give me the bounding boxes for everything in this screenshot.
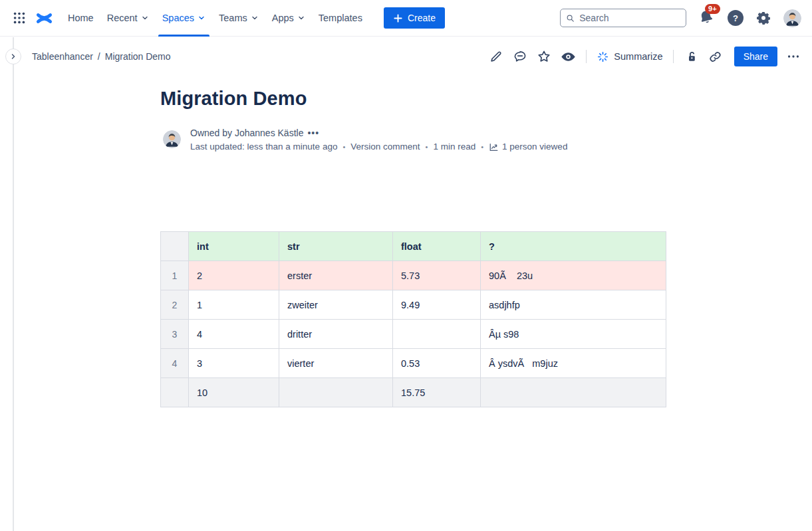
table-cell[interactable]: vierter (279, 349, 393, 378)
user-avatar[interactable] (783, 9, 801, 27)
sidebar-divider (13, 37, 14, 531)
table-cell[interactable]: 4 (189, 320, 279, 349)
table-cell[interactable]: 1 (189, 290, 279, 320)
expand-sidebar-button[interactable] (5, 49, 21, 64)
question-mark-icon: ? (733, 13, 738, 23)
table-cell[interactable]: erster (279, 261, 393, 290)
row-number[interactable]: 2 (161, 290, 189, 320)
table-cell[interactable]: zweiter (279, 290, 393, 320)
table-row: 3 4 dritter Âµ s98 (161, 320, 666, 349)
star-button[interactable] (536, 49, 552, 64)
table-cell[interactable]: asdjhfp (481, 290, 666, 320)
chevron-right-icon (9, 53, 17, 60)
top-navigation: Home Recent Spaces Teams Apps Templates (0, 0, 812, 37)
watch-button[interactable] (560, 49, 576, 64)
content-table: int str float ? 1 2 erster 5.73 90Ã 23u … (160, 231, 666, 407)
table-cell[interactable] (481, 378, 666, 407)
views-metric[interactable]: 1 person viewed (489, 140, 567, 154)
search-box[interactable] (560, 9, 686, 27)
notification-badge: 9+ (705, 4, 720, 14)
table-cell[interactable]: 9.49 (393, 290, 481, 320)
table-cell[interactable] (393, 320, 481, 349)
more-actions-button[interactable] (785, 49, 801, 64)
meta-separator: • (426, 140, 428, 154)
column-header[interactable]: ? (481, 232, 666, 261)
row-number[interactable]: 1 (161, 261, 189, 290)
column-header[interactable]: float (393, 232, 481, 261)
comments-button[interactable] (512, 49, 528, 64)
breadcrumb-page[interactable]: Migration Demo (105, 51, 171, 62)
table-row: 2 1 zweiter 9.49 asdjhfp (161, 290, 666, 320)
table-cell[interactable]: 3 (189, 349, 279, 378)
app-switcher-icon[interactable] (12, 11, 27, 25)
edit-button[interactable] (488, 49, 504, 64)
table-cell[interactable]: dritter (279, 320, 393, 349)
nav-item-templates[interactable]: Templates (312, 0, 369, 37)
table-corner-cell (161, 232, 189, 261)
settings-button[interactable] (755, 10, 771, 26)
column-header[interactable]: int (189, 232, 279, 261)
nav-item-recent[interactable]: Recent (100, 0, 156, 37)
breadcrumb-separator: / (98, 51, 100, 62)
toolbar-divider (673, 50, 674, 63)
nav-item-spaces[interactable]: Spaces (156, 0, 212, 37)
last-updated-text[interactable]: Last updated: less than a minute ago (190, 140, 337, 154)
search-input[interactable] (579, 13, 680, 23)
nav-item-teams[interactable]: Teams (212, 0, 265, 37)
table-footer-row: 10 15.75 (161, 378, 666, 407)
table-cell[interactable]: 90Ã 23u (481, 261, 666, 290)
nav-label: Teams (219, 13, 247, 23)
gear-icon (755, 10, 771, 26)
plus-icon (393, 13, 403, 23)
nav-right-group: 9+ ? (560, 9, 801, 27)
owner-more-button[interactable]: ••• (307, 128, 319, 138)
page-actions-toolbar: Summarize Share (488, 47, 801, 66)
table-cell[interactable]: Âµ s98 (481, 320, 666, 349)
nav-label: Spaces (162, 13, 194, 23)
table-row: 1 2 erster 5.73 90Ã 23u (161, 261, 666, 290)
table-cell[interactable]: 15.75 (393, 378, 481, 407)
table-cell[interactable]: 0.53 (393, 349, 481, 378)
pencil-icon (489, 49, 503, 64)
version-comment-link[interactable]: Version comment (350, 140, 420, 154)
nav-label: Home (68, 13, 94, 23)
summarize-label: Summarize (614, 51, 662, 62)
row-number[interactable]: 4 (161, 349, 189, 378)
confluence-page: Home Recent Spaces Teams Apps Templates (0, 0, 812, 531)
table-cell[interactable]: Â ysdvÃ m9juz (481, 349, 666, 378)
share-button[interactable]: Share (734, 47, 777, 66)
owner-avatar[interactable] (163, 130, 181, 148)
summarize-button[interactable]: Summarize (597, 51, 662, 63)
owned-by-text[interactable]: Owned by Johannes Kästle (190, 128, 303, 138)
ellipsis-icon (786, 49, 801, 64)
primary-nav: Home Recent Spaces Teams Apps Templates (61, 0, 369, 37)
copy-link-button[interactable] (708, 49, 724, 64)
breadcrumb-space[interactable]: Tableenhancer (32, 51, 93, 62)
table-cell[interactable]: 10 (189, 378, 279, 407)
table-cell[interactable] (279, 378, 393, 407)
row-number[interactable]: 3 (161, 320, 189, 349)
page-byline: Owned by Johannes Kästle••• Last updated… (190, 126, 567, 154)
table-cell[interactable]: 2 (189, 261, 279, 290)
column-header[interactable]: str (279, 232, 393, 261)
unlock-icon (684, 50, 698, 64)
create-button[interactable]: Create (384, 7, 445, 29)
chevron-down-icon (251, 14, 259, 22)
nav-item-apps[interactable]: Apps (265, 0, 312, 37)
notifications-button[interactable]: 9+ (698, 9, 716, 27)
ai-sparkle-icon (597, 51, 609, 63)
nav-label: Apps (272, 13, 294, 23)
confluence-logo-icon[interactable] (35, 10, 53, 27)
help-button[interactable]: ? (728, 10, 744, 26)
nav-label: Templates (319, 13, 362, 23)
speech-bubble-icon (513, 49, 527, 64)
table-cell[interactable]: 5.73 (393, 261, 481, 290)
page-title: Migration Demo (160, 88, 307, 110)
restrictions-button[interactable] (684, 49, 700, 64)
chevron-down-icon (297, 14, 305, 22)
star-icon (537, 49, 551, 64)
create-button-label: Create (408, 13, 436, 23)
row-number (161, 378, 189, 407)
byline-owner-row: Owned by Johannes Kästle••• (190, 126, 567, 140)
nav-item-home[interactable]: Home (61, 0, 100, 37)
